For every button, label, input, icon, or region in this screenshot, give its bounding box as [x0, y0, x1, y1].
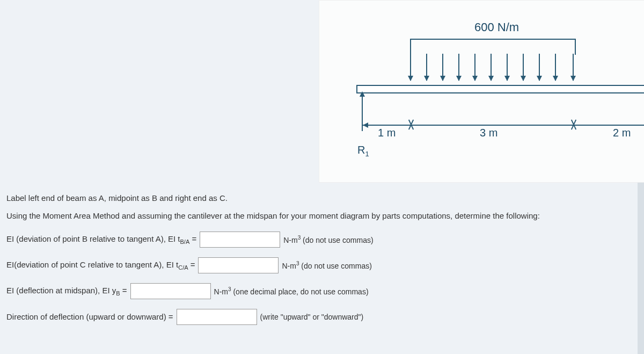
- q3-input[interactable]: [130, 283, 211, 299]
- q2-hint: N-m3 (do not use commas): [282, 259, 371, 272]
- dimension-marker-icon: [407, 121, 415, 128]
- load-arrow-icon: [442, 54, 443, 81]
- load-arrow-icon: [555, 54, 556, 81]
- problem-statement: Label left end of beam as A, midpoint as…: [6, 192, 627, 335]
- q4-label: Direction of deflection (upward or downw…: [6, 311, 173, 323]
- q4-input[interactable]: [177, 309, 257, 325]
- instruction-line-2: Using the Moment Area Method and assumin…: [6, 210, 627, 222]
- dimension-2: 3 m: [480, 127, 497, 139]
- load-arrow-icon: [426, 54, 427, 81]
- q3-label: EI (deflection at midspan), EI yB =: [6, 285, 127, 298]
- q1-hint: N-m3 (do not use commas): [283, 234, 373, 246]
- dimension-1: 1 m: [378, 127, 396, 139]
- dimension-3: 2 m: [613, 127, 631, 139]
- q2-input[interactable]: [198, 257, 279, 273]
- q1-label: EI (deviation of point B relative to tan…: [6, 233, 196, 247]
- load-arrow-icon: [573, 54, 574, 81]
- load-arrow-icon: [507, 54, 508, 81]
- load-arrow-icon: [491, 54, 492, 81]
- beam: [356, 85, 644, 93]
- q3-hint: N-m3 (one decimal place, do not use comm…: [214, 285, 369, 298]
- q4-hint: (write "upward" or "downward"): [260, 312, 364, 323]
- dimension-arrow-icon: [363, 122, 368, 128]
- question-row-4: Direction of deflection (upward or downw…: [6, 309, 627, 325]
- load-arrow-icon: [523, 54, 524, 81]
- load-arrow-icon: [474, 54, 475, 81]
- load-arrow-icon: [458, 54, 459, 81]
- dimension-line: [362, 125, 644, 126]
- load-arrow-icon: [539, 54, 540, 81]
- reaction-r1-label: R1: [357, 144, 369, 158]
- question-row-1: EI (deviation of point B relative to tan…: [6, 232, 627, 248]
- q2-label: EI(deviation of point C relative to tang…: [6, 259, 195, 272]
- question-row-3: EI (deflection at midspan), EI yB = N-m3…: [6, 283, 627, 299]
- load-region: [410, 39, 576, 55]
- beam-diagram: 600 N/m 1 m 3 m 2 m R1 R2: [319, 0, 644, 183]
- distributed-load-label: 600 N/m: [474, 20, 519, 34]
- q1-input[interactable]: [200, 232, 280, 248]
- load-arrow-icon: [410, 54, 411, 81]
- dimension-marker-icon: [570, 121, 577, 128]
- question-row-2: EI(deviation of point C relative to tang…: [6, 257, 627, 273]
- instruction-line-1: Label left end of beam as A, midpoint as…: [6, 192, 627, 205]
